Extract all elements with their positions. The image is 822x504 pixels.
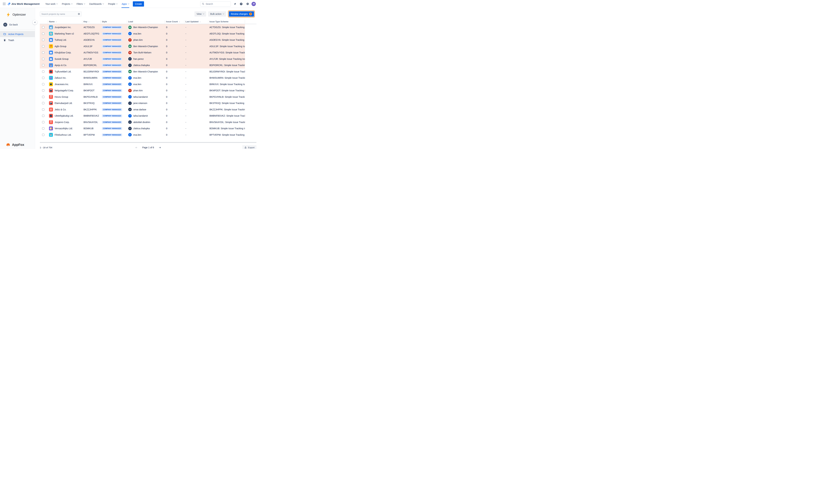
column-header-name[interactable]: Name (48, 20, 82, 23)
row-checkbox[interactable] (42, 39, 44, 41)
sidebar-item-trash[interactable]: Trash (0, 37, 35, 43)
sidebar-item-active-projects[interactable]: Active Projects (0, 31, 35, 37)
folder-icon (3, 33, 6, 35)
clear-search-icon[interactable] (78, 13, 80, 15)
row-checkbox[interactable] (42, 58, 44, 60)
settings-gear-icon[interactable] (245, 1, 250, 6)
row-checkbox[interactable] (42, 51, 44, 54)
optimizer-app-name: Optimizer (12, 13, 26, 16)
style-badge: COMPANY MANAGED (102, 96, 122, 98)
issue-count-cell: 0 (165, 108, 184, 111)
row-checkbox[interactable] (42, 64, 44, 66)
lead-avatar: Z (128, 64, 132, 67)
row-checkbox[interactable] (42, 77, 44, 79)
horizontal-scrollbar[interactable] (40, 142, 257, 143)
style-badge: COMPANY MANAGED (102, 58, 122, 60)
jira-brand[interactable]: Jira Work Management (7, 2, 39, 5)
sidebar-collapse-button[interactable] (33, 20, 37, 25)
project-name-cell: Etamubazjod Ltd. (48, 101, 82, 105)
chevron-down-icon (56, 3, 58, 4)
project-style-cell: COMPANY MANAGED (101, 133, 127, 136)
project-style-cell: COMPANY MANAGED (101, 45, 127, 48)
last-updated-cell: - (184, 127, 208, 130)
notifications-bell-icon[interactable] (232, 1, 237, 6)
project-style-cell: COMPANY MANAGED (101, 26, 127, 29)
row-checkbox[interactable] (42, 108, 44, 111)
lead-cell: BWBen Warwick-Champion (127, 26, 165, 29)
lead-cell: BWBen Warwick-Champion (127, 45, 165, 48)
column-header-label: Lead (128, 21, 133, 23)
row-checkbox[interactable] (42, 45, 44, 47)
lead-name: Ben Warwick-Champion (133, 70, 158, 73)
row-checkbox[interactable] (42, 89, 44, 92)
sliders-icon (49, 108, 53, 112)
issue-count-cell: 0 (165, 102, 184, 104)
project-search-input[interactable] (41, 13, 75, 15)
project-name: Tuthooj Ltd. (55, 39, 67, 41)
arrow-left-icon (3, 23, 7, 27)
row-checkbox[interactable] (42, 26, 44, 28)
review-changes-button[interactable]: Review changes 7 (229, 11, 254, 17)
bulk-action-dropdown[interactable]: Bulk action (208, 11, 226, 17)
column-header-issue-count[interactable]: Issue Count (165, 20, 184, 23)
column-header-key[interactable]: Key (82, 20, 101, 23)
column-header-style: Style (101, 20, 127, 23)
row-checkbox[interactable] (42, 33, 44, 35)
row-checkbox[interactable] (42, 134, 44, 136)
sidebar: Optimizer Go back Active ProjectsTrash A… (0, 8, 35, 149)
row-checkbox-cell (40, 70, 48, 73)
nav-item-apps[interactable]: Apps (119, 0, 131, 8)
table-row: Hovzu GroupBKPGVHNLBCOMPANY MANAGEDTtaha… (40, 94, 245, 100)
global-search-input[interactable]: Search (200, 1, 231, 7)
user-avatar[interactable]: JR (252, 2, 256, 6)
row-checkbox[interactable] (42, 70, 44, 73)
nav-item-dashboards[interactable]: Dashboards (87, 0, 106, 8)
lead-avatar: E (128, 76, 132, 80)
project-name: Jinaceara Inc. (55, 83, 69, 86)
project-name: Agfo Group (55, 45, 66, 48)
row-checkbox[interactable] (42, 121, 44, 123)
column-header-last-updated[interactable]: Last Updated (184, 20, 208, 23)
column-header-checkbox (40, 20, 48, 23)
prev-page-arrow-icon[interactable] (135, 146, 138, 149)
lead-cell: BWBen Warwick-Champion (127, 70, 165, 73)
nav-item-filters[interactable]: Filters (74, 0, 87, 8)
row-checkbox[interactable] (42, 127, 44, 130)
lead-avatar: P (128, 38, 132, 42)
lead-name: omar.darboe (133, 108, 146, 111)
last-updated-cell: - (184, 121, 208, 123)
table-row: Zafuczi Inc.BHWSUMRNCOMPANY MANAGEDEeva.… (40, 75, 245, 81)
view-dropdown[interactable]: View (194, 11, 206, 17)
nav-item-your-work[interactable]: Your work (43, 0, 60, 8)
chevron-down-icon (71, 3, 72, 4)
table-row: Marketing Team v2AEOTLOQTFGCOMPANY MANAG… (40, 31, 245, 37)
chevron-down-icon (116, 3, 117, 4)
help-icon[interactable]: ? (239, 1, 244, 6)
row-checkbox[interactable] (42, 102, 44, 104)
lead-name: Ben Warwick-Champion (133, 45, 158, 48)
column-header-label: Issue Type Scheme (210, 21, 228, 23)
row-checkbox[interactable] (42, 83, 44, 85)
project-name-cell: Josjanro Corp. (48, 120, 82, 124)
lead-name: zlatica.chalupka (133, 127, 150, 130)
row-checkbox[interactable] (42, 115, 44, 117)
create-button[interactable]: Create (133, 1, 144, 7)
project-name-cell: Vensazofojku Ltd. (48, 126, 82, 130)
row-checkbox-cell (40, 108, 48, 111)
project-style-cell: COMPANY MANAGED (101, 102, 127, 105)
project-style-cell: COMPANY MANAGED (101, 32, 127, 35)
parrot-icon (49, 126, 53, 130)
project-name-cell: Agfo Group (48, 44, 82, 48)
row-checkbox[interactable] (42, 96, 44, 98)
nav-item-people[interactable]: People (106, 0, 119, 8)
toolbar: View Bulk action Review changes 7 (40, 11, 255, 17)
project-name: Jebiz & Co. (55, 108, 66, 111)
app-switcher-icon[interactable] (2, 1, 7, 6)
export-button[interactable]: Export (242, 145, 257, 149)
appfox-name: AppFox (12, 143, 24, 147)
go-back-button[interactable]: Go back (3, 23, 35, 27)
nav-item-projects[interactable]: Projects (60, 0, 74, 8)
next-page-arrow-icon[interactable] (158, 146, 161, 149)
cloud-icon (49, 57, 53, 61)
lead-cell: Pphan.kim (127, 38, 165, 42)
